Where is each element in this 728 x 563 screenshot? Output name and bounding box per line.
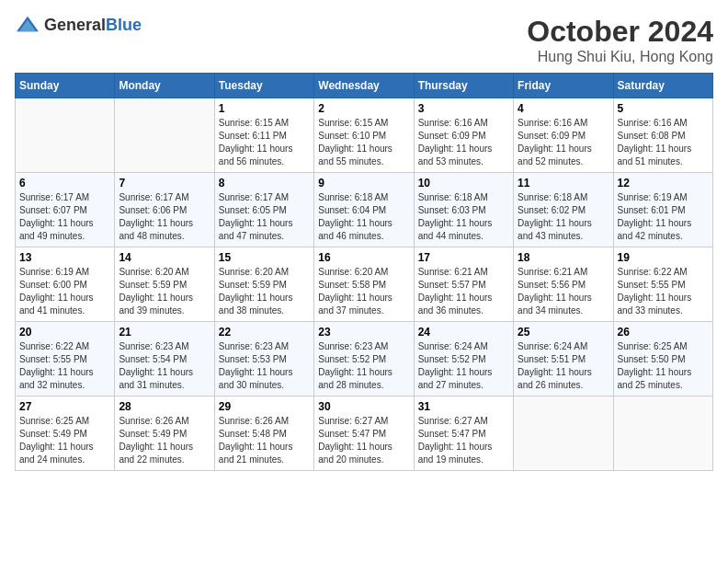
day-number: 15 bbox=[219, 251, 310, 264]
calendar-cell: 16Sunrise: 6:20 AM Sunset: 5:58 PM Dayli… bbox=[314, 247, 414, 322]
day-number: 20 bbox=[19, 326, 110, 339]
calendar-cell bbox=[514, 396, 613, 471]
day-number: 9 bbox=[318, 177, 409, 190]
day-number: 19 bbox=[618, 251, 709, 264]
calendar-cell: 20Sunrise: 6:22 AM Sunset: 5:55 PM Dayli… bbox=[16, 322, 115, 396]
day-number: 13 bbox=[19, 251, 110, 264]
day-number: 12 bbox=[618, 177, 709, 190]
day-info: Sunrise: 6:23 AM Sunset: 5:53 PM Dayligh… bbox=[219, 340, 310, 392]
day-info: Sunrise: 6:25 AM Sunset: 5:49 PM Dayligh… bbox=[19, 415, 110, 466]
calendar-cell: 8Sunrise: 6:17 AM Sunset: 6:05 PM Daylig… bbox=[214, 173, 313, 247]
logo-blue-text: Blue bbox=[106, 16, 142, 34]
calendar-week-row: 20Sunrise: 6:22 AM Sunset: 5:55 PM Dayli… bbox=[16, 322, 713, 396]
day-info: Sunrise: 6:21 AM Sunset: 5:56 PM Dayligh… bbox=[518, 266, 609, 317]
day-info: Sunrise: 6:27 AM Sunset: 5:47 PM Dayligh… bbox=[318, 415, 409, 466]
weekday-header-cell: Sunday bbox=[16, 74, 115, 98]
calendar-body: 1Sunrise: 6:15 AM Sunset: 6:11 PM Daylig… bbox=[16, 98, 713, 471]
day-info: Sunrise: 6:20 AM Sunset: 5:59 PM Dayligh… bbox=[219, 266, 310, 317]
month-title: October 2024 bbox=[527, 15, 713, 49]
weekday-header-row: SundayMondayTuesdayWednesdayThursdayFrid… bbox=[16, 74, 713, 98]
logo: GeneralBlue bbox=[15, 15, 142, 35]
day-number: 29 bbox=[219, 400, 310, 413]
day-number: 27 bbox=[19, 400, 110, 413]
day-number: 2 bbox=[318, 102, 409, 115]
weekday-header-cell: Friday bbox=[514, 74, 613, 98]
day-info: Sunrise: 6:23 AM Sunset: 5:52 PM Dayligh… bbox=[318, 340, 409, 392]
calendar-cell: 13Sunrise: 6:19 AM Sunset: 6:00 PM Dayli… bbox=[16, 247, 115, 322]
day-info: Sunrise: 6:27 AM Sunset: 5:47 PM Dayligh… bbox=[418, 415, 509, 466]
day-number: 22 bbox=[219, 326, 310, 339]
day-info: Sunrise: 6:21 AM Sunset: 5:57 PM Dayligh… bbox=[418, 266, 509, 317]
calendar-cell: 19Sunrise: 6:22 AM Sunset: 5:55 PM Dayli… bbox=[613, 247, 712, 322]
day-info: Sunrise: 6:24 AM Sunset: 5:52 PM Dayligh… bbox=[418, 340, 509, 392]
day-number: 21 bbox=[119, 326, 210, 339]
day-info: Sunrise: 6:17 AM Sunset: 6:07 PM Dayligh… bbox=[19, 191, 110, 243]
calendar-cell: 6Sunrise: 6:17 AM Sunset: 6:07 PM Daylig… bbox=[16, 173, 115, 247]
calendar-cell: 25Sunrise: 6:24 AM Sunset: 5:51 PM Dayli… bbox=[514, 322, 613, 396]
day-number: 14 bbox=[119, 251, 210, 264]
weekday-header-cell: Thursday bbox=[414, 74, 513, 98]
calendar-cell: 1Sunrise: 6:15 AM Sunset: 6:11 PM Daylig… bbox=[214, 98, 313, 173]
calendar-week-row: 13Sunrise: 6:19 AM Sunset: 6:00 PM Dayli… bbox=[16, 247, 713, 322]
weekday-header-cell: Wednesday bbox=[314, 74, 414, 98]
calendar-cell: 12Sunrise: 6:19 AM Sunset: 6:01 PM Dayli… bbox=[613, 173, 712, 247]
day-number: 23 bbox=[318, 326, 409, 339]
day-info: Sunrise: 6:16 AM Sunset: 6:09 PM Dayligh… bbox=[418, 117, 509, 168]
location-title: Hung Shui Kiu, Hong Kong bbox=[527, 49, 713, 65]
calendar-cell: 5Sunrise: 6:16 AM Sunset: 6:08 PM Daylig… bbox=[613, 98, 712, 173]
day-number: 31 bbox=[418, 400, 509, 413]
calendar-cell: 22Sunrise: 6:23 AM Sunset: 5:53 PM Dayli… bbox=[214, 322, 313, 396]
day-number: 16 bbox=[318, 251, 409, 264]
day-number: 17 bbox=[418, 251, 509, 264]
day-info: Sunrise: 6:16 AM Sunset: 6:09 PM Dayligh… bbox=[518, 117, 609, 168]
day-info: Sunrise: 6:17 AM Sunset: 6:06 PM Dayligh… bbox=[119, 191, 210, 243]
calendar-cell: 26Sunrise: 6:25 AM Sunset: 5:50 PM Dayli… bbox=[613, 322, 712, 396]
day-info: Sunrise: 6:17 AM Sunset: 6:05 PM Dayligh… bbox=[219, 191, 310, 243]
calendar-cell: 23Sunrise: 6:23 AM Sunset: 5:52 PM Dayli… bbox=[314, 322, 414, 396]
day-number: 25 bbox=[518, 326, 609, 339]
calendar-cell: 11Sunrise: 6:18 AM Sunset: 6:02 PM Dayli… bbox=[514, 173, 613, 247]
day-info: Sunrise: 6:26 AM Sunset: 5:48 PM Dayligh… bbox=[219, 415, 310, 466]
day-number: 3 bbox=[418, 102, 509, 115]
day-info: Sunrise: 6:15 AM Sunset: 6:11 PM Dayligh… bbox=[219, 117, 310, 168]
calendar-cell: 9Sunrise: 6:18 AM Sunset: 6:04 PM Daylig… bbox=[314, 173, 414, 247]
calendar-cell: 27Sunrise: 6:25 AM Sunset: 5:49 PM Dayli… bbox=[16, 396, 115, 471]
day-number: 1 bbox=[219, 102, 310, 115]
calendar-cell: 3Sunrise: 6:16 AM Sunset: 6:09 PM Daylig… bbox=[414, 98, 513, 173]
calendar-week-row: 27Sunrise: 6:25 AM Sunset: 5:49 PM Dayli… bbox=[16, 396, 713, 471]
day-info: Sunrise: 6:19 AM Sunset: 6:01 PM Dayligh… bbox=[618, 191, 709, 243]
day-info: Sunrise: 6:18 AM Sunset: 6:03 PM Dayligh… bbox=[418, 191, 509, 243]
day-number: 8 bbox=[219, 177, 310, 190]
calendar-cell: 10Sunrise: 6:18 AM Sunset: 6:03 PM Dayli… bbox=[414, 173, 513, 247]
page-header: GeneralBlue October 2024 Hung Shui Kiu, … bbox=[15, 15, 713, 65]
day-info: Sunrise: 6:23 AM Sunset: 5:54 PM Dayligh… bbox=[119, 340, 210, 392]
day-number: 30 bbox=[318, 400, 409, 413]
day-number: 28 bbox=[119, 400, 210, 413]
day-number: 5 bbox=[618, 102, 709, 115]
calendar-cell bbox=[613, 396, 712, 471]
weekday-header-cell: Saturday bbox=[613, 74, 712, 98]
calendar-cell: 2Sunrise: 6:15 AM Sunset: 6:10 PM Daylig… bbox=[314, 98, 414, 173]
calendar-cell: 28Sunrise: 6:26 AM Sunset: 5:49 PM Dayli… bbox=[115, 396, 214, 471]
day-info: Sunrise: 6:16 AM Sunset: 6:08 PM Dayligh… bbox=[618, 117, 709, 168]
day-info: Sunrise: 6:25 AM Sunset: 5:50 PM Dayligh… bbox=[618, 340, 709, 392]
day-number: 26 bbox=[618, 326, 709, 339]
calendar-week-row: 1Sunrise: 6:15 AM Sunset: 6:11 PM Daylig… bbox=[16, 98, 713, 173]
calendar-table: SundayMondayTuesdayWednesdayThursdayFrid… bbox=[15, 73, 713, 471]
calendar-cell: 21Sunrise: 6:23 AM Sunset: 5:54 PM Dayli… bbox=[115, 322, 214, 396]
calendar-cell: 15Sunrise: 6:20 AM Sunset: 5:59 PM Dayli… bbox=[214, 247, 313, 322]
calendar-cell bbox=[16, 98, 115, 173]
logo-general-text: General bbox=[44, 16, 106, 34]
calendar-cell: 18Sunrise: 6:21 AM Sunset: 5:56 PM Dayli… bbox=[514, 247, 613, 322]
day-number: 6 bbox=[19, 177, 110, 190]
day-number: 7 bbox=[119, 177, 210, 190]
day-info: Sunrise: 6:20 AM Sunset: 5:59 PM Dayligh… bbox=[119, 266, 210, 317]
calendar-cell: 17Sunrise: 6:21 AM Sunset: 5:57 PM Dayli… bbox=[414, 247, 513, 322]
calendar-week-row: 6Sunrise: 6:17 AM Sunset: 6:07 PM Daylig… bbox=[16, 173, 713, 247]
day-info: Sunrise: 6:22 AM Sunset: 5:55 PM Dayligh… bbox=[19, 340, 110, 392]
day-number: 10 bbox=[418, 177, 509, 190]
day-number: 18 bbox=[518, 251, 609, 264]
calendar-cell: 14Sunrise: 6:20 AM Sunset: 5:59 PM Dayli… bbox=[115, 247, 214, 322]
logo-icon bbox=[15, 15, 40, 35]
day-info: Sunrise: 6:18 AM Sunset: 6:04 PM Dayligh… bbox=[318, 191, 409, 243]
